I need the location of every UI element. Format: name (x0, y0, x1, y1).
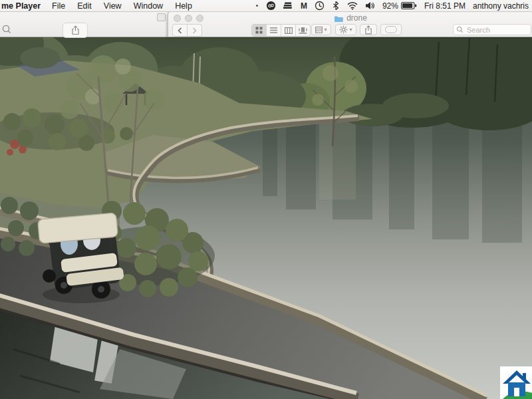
status-dot-icon[interactable] (255, 4, 259, 7)
battery-icon (401, 1, 417, 10)
watermark-logo (500, 366, 532, 399)
video-content[interactable] (0, 37, 532, 399)
list-view-button[interactable] (267, 25, 281, 36)
arrange-button[interactable]: ▾ (311, 24, 331, 35)
finder-controls-row: ▾ ▾ (168, 24, 532, 37)
icon-view-button[interactable] (252, 25, 267, 36)
menu-bar: me Player File Edit View Window Help M (0, 0, 532, 12)
malwarebytes-icon[interactable]: M (301, 2, 307, 10)
coverflow-view-button[interactable] (296, 25, 310, 36)
window-title: drone (168, 13, 532, 23)
search-input[interactable] (466, 25, 528, 35)
zoom-tool-icon[interactable] (1, 24, 13, 38)
tags-button[interactable] (380, 24, 402, 35)
view-switcher (251, 24, 311, 37)
menu-window[interactable]: Window (128, 1, 169, 11)
logo-door (514, 388, 519, 396)
finder-window-toolbar: drone (168, 11, 532, 37)
volume-icon[interactable] (365, 1, 375, 10)
creative-cloud-icon[interactable] (266, 1, 276, 11)
menu-file[interactable]: File (46, 1, 71, 11)
lake-scene (0, 37, 532, 399)
action-gear-button[interactable]: ▾ (335, 24, 356, 35)
chevron-down-icon: ▾ (324, 27, 327, 33)
menu-help[interactable]: Help (169, 1, 198, 11)
back-button[interactable] (172, 24, 188, 37)
bluetooth-icon[interactable] (332, 1, 340, 11)
background-window-toolbar (0, 11, 168, 37)
toolbar-strip: drone (0, 11, 532, 37)
status-bar: M 92% (255, 1, 532, 11)
forward-button[interactable] (188, 24, 202, 37)
search-field (453, 24, 531, 35)
stack-icon[interactable] (283, 1, 293, 10)
folder-icon (334, 15, 343, 22)
share-button-background-window[interactable] (63, 23, 88, 38)
search-icon (456, 26, 464, 33)
chevron-down-icon: ▾ (349, 27, 352, 33)
menu-edit[interactable]: Edit (71, 1, 98, 11)
menu-clock[interactable]: Fri 8:51 PM (424, 1, 466, 11)
wifi-icon[interactable] (347, 1, 358, 10)
menu-user[interactable]: anthony vachris (473, 1, 529, 11)
tag-icon (385, 26, 397, 33)
column-view-button[interactable] (281, 25, 296, 36)
time-machine-icon[interactable] (315, 1, 325, 11)
window-title-text: drone (346, 13, 367, 23)
battery-menu-item[interactable]: 92% (382, 1, 417, 11)
app-menu-quicktime[interactable]: me Player (0, 1, 46, 11)
panel-toggle-icon[interactable] (157, 13, 166, 21)
desktop: me Player File Edit View Window Help M (0, 0, 532, 399)
menu-view[interactable]: View (98, 1, 128, 11)
nav-buttons (172, 24, 202, 37)
battery-percent: 92% (382, 1, 398, 11)
logo-chimney (523, 373, 526, 379)
share-button[interactable] (360, 24, 377, 35)
